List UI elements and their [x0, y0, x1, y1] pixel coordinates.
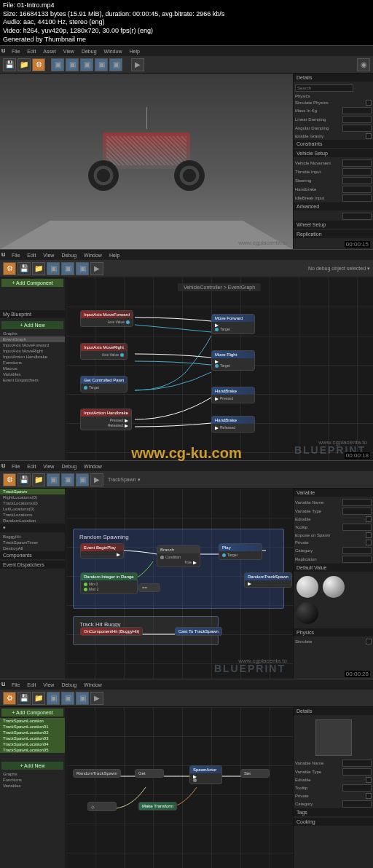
menu-window[interactable]: Window: [84, 682, 102, 687]
toolbar-btn[interactable]: ▣: [61, 473, 74, 486]
save-button[interactable]: 💾: [3, 58, 16, 71]
prop-input[interactable]: [342, 186, 372, 193]
prop-input[interactable]: [342, 159, 372, 167]
pin-icon[interactable]: [84, 588, 87, 591]
node-make-transform[interactable]: Make Transform: [138, 802, 177, 810]
compile-button[interactable]: ⚙: [3, 262, 16, 275]
menu-edit[interactable]: Edit: [27, 49, 36, 54]
checkbox[interactable]: [366, 777, 372, 783]
menu-window[interactable]: Window: [104, 49, 122, 54]
list-item[interactable]: TrackSpawnLocation01: [0, 724, 65, 730]
node-function-entry[interactable]: RandomTrackSpawn: [73, 769, 121, 778]
list-item[interactable]: TrackSpawn: [0, 489, 65, 494]
list-item[interactable]: TrackSpawnTimer: [0, 540, 65, 545]
menu-help[interactable]: Help: [109, 253, 119, 258]
prop-input[interactable]: [342, 499, 372, 506]
node-variable[interactable]: ◇: [87, 802, 117, 811]
node-play[interactable]: Play Target: [219, 543, 262, 560]
pin-icon[interactable]: [125, 419, 128, 422]
toolbar-btn-4[interactable]: ▣: [95, 58, 108, 71]
list-item[interactable]: TrackSpawnLocation02: [0, 730, 65, 735]
blueprint-graph[interactable]: TrackSpawn > EventGraph Random Spawning …: [66, 489, 293, 679]
toolbar-btn[interactable]: ▣: [61, 692, 74, 705]
menu-view[interactable]: View: [43, 253, 54, 258]
pin-icon[interactable]: [117, 553, 120, 556]
details-search[interactable]: [295, 84, 353, 92]
compile-button[interactable]: ⚙: [3, 473, 16, 486]
prop-input[interactable]: [342, 213, 372, 220]
prop-input[interactable]: [342, 168, 372, 175]
pin-icon[interactable]: [215, 426, 219, 430]
section-macros[interactable]: Macros: [0, 366, 65, 371]
menu-window[interactable]: Window: [84, 253, 102, 258]
save-button[interactable]: 💾: [17, 692, 31, 705]
prop-input[interactable]: [342, 768, 372, 776]
checkbox[interactable]: [366, 133, 372, 139]
toolbar-btn-1[interactable]: ▣: [51, 58, 64, 71]
list-item[interactable]: TrackSpawnLocation05: [0, 747, 65, 753]
section-variables[interactable]: Variables: [0, 371, 65, 377]
pin-icon[interactable]: [215, 328, 219, 331]
section-graphs[interactable]: Graphs: [0, 331, 65, 336]
browse-button[interactable]: 📁: [32, 262, 45, 275]
prop-input[interactable]: [342, 760, 372, 767]
pin-icon[interactable]: [215, 397, 219, 401]
menu-file[interactable]: File: [12, 253, 20, 258]
node-spawn-actor[interactable]: SpawnActor: [189, 765, 222, 784]
graph-item[interactable]: InputAction Handbrake: [0, 354, 65, 360]
toolbar-btn-5[interactable]: ▣: [109, 58, 122, 71]
pin-icon[interactable]: [248, 582, 251, 585]
prop-input[interactable]: [342, 800, 372, 808]
node-component-hit[interactable]: OnComponentHit (BuggyHit): [80, 627, 143, 636]
menu-file[interactable]: File: [12, 464, 20, 469]
node-cast[interactable]: Cast To TrackSpawn: [175, 627, 222, 636]
graph-item[interactable]: InputAxis MoveForward: [0, 342, 65, 348]
menu-edit[interactable]: Edit: [27, 682, 36, 687]
prop-input[interactable]: [342, 508, 372, 515]
section-functions[interactable]: Functions: [0, 777, 65, 783]
section-functions[interactable]: Functions: [0, 360, 65, 366]
list-item[interactable]: RandomLocation: [0, 518, 65, 524]
toolbar-btn[interactable]: ▣: [76, 262, 89, 275]
list-item[interactable]: LeftLocations(0): [0, 506, 65, 512]
menu-edit[interactable]: Edit: [27, 253, 36, 258]
node-input-handbrake[interactable]: InputAction Handbrake Pressed Released: [80, 409, 132, 430]
section-graphs[interactable]: Graphs: [0, 771, 65, 777]
node-get-controlled-pawn[interactable]: Get Controlled Pawn Target: [80, 376, 127, 392]
node-move-right[interactable]: Move Right Target: [211, 350, 255, 371]
blueprint-graph[interactable]: VehicleController > EventGraph InputAxis…: [66, 277, 373, 460]
section-dispatchers[interactable]: Event Dispatchers: [0, 377, 65, 383]
menu-view[interactable]: View: [43, 682, 54, 687]
pin-icon[interactable]: [84, 386, 87, 390]
prop-input[interactable]: [342, 125, 372, 132]
list-item[interactable]: DestroyAll: [0, 545, 65, 551]
checkbox[interactable]: [366, 793, 372, 799]
menu-debug[interactable]: Debug: [82, 49, 97, 54]
save-button[interactable]: 💾: [17, 262, 31, 275]
node-handbrake-released[interactable]: HandBrake Released: [211, 416, 255, 433]
prop-input[interactable]: [342, 524, 372, 531]
dropdown[interactable]: TrackSpawn ▾: [108, 477, 141, 483]
menu-window[interactable]: Window: [84, 464, 102, 469]
pin-icon[interactable]: [120, 353, 124, 357]
toolbar-btn-2[interactable]: ▣: [66, 58, 79, 71]
node-move-forward[interactable]: Move Forward Target: [211, 314, 255, 334]
prop-input[interactable]: [342, 107, 372, 114]
prop-input[interactable]: [342, 194, 372, 202]
compile-button[interactable]: ⚙: [32, 58, 45, 71]
play-button[interactable]: ▶: [90, 473, 103, 486]
browse-button[interactable]: 📁: [17, 58, 31, 71]
pin-icon[interactable]: [222, 553, 226, 557]
viewport-3d[interactable]: www.cgplacenta.to: [0, 74, 293, 249]
material-preview-icon[interactable]: [323, 576, 345, 598]
menu-view[interactable]: View: [43, 464, 54, 469]
section-variables[interactable]: Variables: [0, 783, 65, 789]
menu-asset[interactable]: Asset: [43, 49, 56, 54]
browse-button[interactable]: 📁: [32, 473, 45, 486]
node-random-int[interactable]: Random Integer in Range Min 0 Max 2: [80, 572, 138, 594]
comment-box-random-spawning[interactable]: Random Spawning: [73, 529, 284, 609]
toolbar-btn[interactable]: ▣: [61, 262, 74, 275]
pin-icon[interactable]: [193, 778, 197, 782]
browse-button[interactable]: 📁: [32, 692, 45, 705]
add-new-button[interactable]: + Add New: [1, 321, 63, 329]
